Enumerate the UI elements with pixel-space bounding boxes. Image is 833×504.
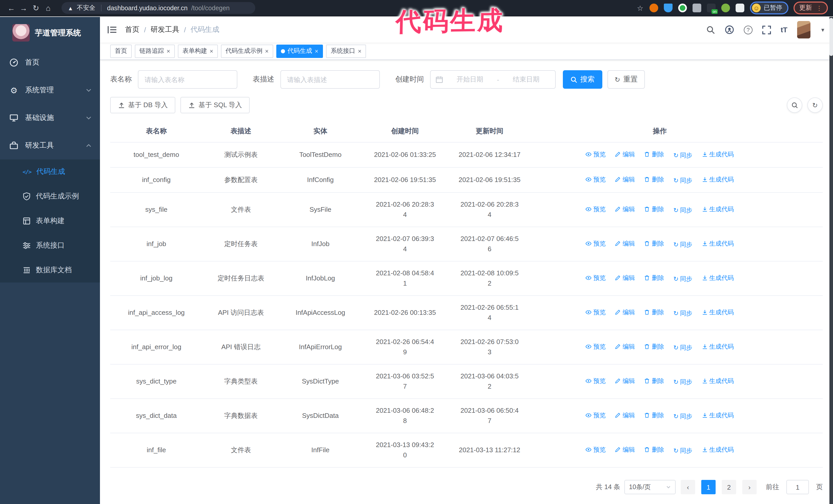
extension-icon-green-check[interactable] (678, 4, 687, 12)
generate-code-link[interactable]: 生成代码 (701, 149, 734, 160)
delete-link[interactable]: 删除 (644, 273, 664, 283)
tab-home[interactable]: 首页 (110, 44, 132, 58)
generate-code-link[interactable]: 生成代码 (701, 238, 734, 249)
sidebar-item-form-builder[interactable]: 表单构建 (0, 209, 100, 233)
prev-page-button[interactable]: ‹ (681, 480, 695, 494)
delete-link[interactable]: 删除 (644, 341, 664, 352)
import-db-button[interactable]: 基于 DB 导入 (110, 97, 175, 113)
breadcrumb-home[interactable]: 首页 (125, 25, 139, 34)
preview-link[interactable]: 预览 (586, 445, 606, 455)
breadcrumb-dev-tools[interactable]: 研发工具 (151, 25, 180, 34)
generate-code-link[interactable]: 生成代码 (701, 307, 734, 317)
generate-code-link[interactable]: 生成代码 (701, 376, 734, 386)
refresh-table-button[interactable]: ↻ (807, 97, 823, 113)
edit-link[interactable]: 编辑 (615, 238, 635, 249)
preview-link[interactable]: 预览 (586, 307, 606, 317)
preview-link[interactable]: 预览 (586, 273, 606, 283)
generate-code-link[interactable]: 生成代码 (701, 273, 734, 283)
page-size-select[interactable]: 10条/页 (624, 480, 675, 494)
github-icon[interactable] (725, 25, 734, 34)
tab-code-generation[interactable]: 代码生成× (276, 44, 323, 58)
user-menu-caret-icon[interactable]: ▼ (820, 27, 825, 32)
close-icon[interactable]: × (265, 48, 269, 54)
sync-link[interactable]: ↻同步 (673, 411, 692, 422)
scrollbar-thumb[interactable] (829, 18, 833, 56)
address-bar[interactable]: ▲ 不安全 dashboard.yudao.iocoder.cn/tool/co… (62, 2, 255, 14)
close-icon[interactable]: × (210, 48, 213, 54)
generate-code-link[interactable]: 生成代码 (701, 204, 734, 214)
fullscreen-icon[interactable] (762, 25, 771, 34)
edit-link[interactable]: 编辑 (615, 376, 635, 386)
table-name-input[interactable] (138, 70, 237, 89)
sidebar-item-system-api[interactable]: 系统接口 (0, 233, 100, 258)
user-avatar[interactable] (797, 21, 810, 39)
page-button-2[interactable]: 2 (722, 480, 736, 494)
sync-link[interactable]: ↻同步 (673, 239, 692, 250)
sync-link[interactable]: ↻同步 (673, 205, 692, 215)
search-icon[interactable] (706, 25, 715, 34)
sync-link[interactable]: ↻同步 (673, 150, 692, 161)
delete-link[interactable]: 删除 (644, 410, 664, 421)
sidebar-item-code-generation-example[interactable]: 代码生成示例 (0, 184, 100, 209)
browser-back-icon[interactable]: ← (5, 4, 18, 12)
preview-link[interactable]: 预览 (586, 149, 606, 160)
preview-link[interactable]: 预览 (586, 376, 606, 386)
edit-link[interactable]: 编辑 (615, 341, 635, 352)
sidebar-item-home[interactable]: 首页 (0, 49, 100, 76)
close-icon[interactable]: × (167, 48, 170, 54)
edit-link[interactable]: 编辑 (615, 204, 635, 214)
page-button-1[interactable]: 1 (701, 480, 716, 494)
browser-menu-icon[interactable]: ⋮ (816, 4, 822, 11)
tab-system-api[interactable]: 系统接口× (326, 44, 366, 58)
goto-page-input[interactable] (786, 480, 809, 494)
sidebar-item-system-management[interactable]: ⚙ 系统管理 (0, 76, 100, 104)
browser-profile-button[interactable]: ☺ 已暂停 (750, 2, 788, 14)
preview-link[interactable]: 预览 (586, 341, 606, 352)
delete-link[interactable]: 删除 (644, 174, 664, 185)
table-desc-input[interactable] (280, 70, 380, 89)
sync-link[interactable]: ↻同步 (673, 377, 692, 387)
sidebar-item-database-docs[interactable]: 数据库文档 (0, 258, 100, 283)
tab-tracing[interactable]: 链路追踪× (135, 44, 175, 58)
search-button[interactable]: 搜索 (563, 70, 602, 89)
sync-link[interactable]: ↻同步 (673, 175, 692, 186)
browser-update-button[interactable]: 更新 ⋮ (793, 2, 828, 14)
date-range-picker[interactable]: 开始日期 - 结束日期 (430, 70, 556, 89)
edit-link[interactable]: 编辑 (615, 174, 635, 185)
reset-button[interactable]: ↻ 重置 (608, 70, 645, 89)
extension-icon-green[interactable] (721, 4, 730, 12)
delete-link[interactable]: 删除 (644, 238, 664, 249)
edit-link[interactable]: 编辑 (615, 273, 635, 283)
delete-link[interactable]: 删除 (644, 204, 664, 214)
extension-icon-blue-gem[interactable] (664, 4, 672, 12)
import-sql-button[interactable]: 基于 SQL 导入 (181, 97, 250, 113)
generate-code-link[interactable]: 生成代码 (701, 341, 734, 352)
generate-code-link[interactable]: 生成代码 (701, 445, 734, 455)
sync-link[interactable]: ↻同步 (673, 446, 692, 456)
extensions-puzzle-icon[interactable] (736, 4, 744, 12)
close-icon[interactable]: × (358, 48, 361, 54)
edit-link[interactable]: 编辑 (615, 410, 635, 421)
close-icon[interactable]: × (315, 48, 318, 54)
generate-code-link[interactable]: 生成代码 (701, 410, 734, 421)
app-logo[interactable]: 芋道管理系统 (0, 17, 100, 49)
tab-codegen-example[interactable]: 代码生成示例× (221, 44, 273, 58)
delete-link[interactable]: 删除 (644, 149, 664, 160)
sidebar-item-code-generation[interactable]: </> 代码生成 (0, 160, 100, 184)
delete-link[interactable]: 删除 (644, 445, 664, 455)
sync-link[interactable]: ↻同步 (673, 342, 692, 353)
browser-home-icon[interactable]: ⌂ (42, 4, 54, 12)
help-icon[interactable]: ? (744, 25, 753, 34)
extension-icon-grid[interactable] (693, 4, 701, 12)
preview-link[interactable]: 预览 (586, 174, 606, 185)
edit-link[interactable]: 编辑 (615, 445, 635, 455)
preview-link[interactable]: 预览 (586, 410, 606, 421)
tab-form-builder[interactable]: 表单构建× (178, 44, 218, 58)
sidebar-item-dev-tools[interactable]: 研发工具 (0, 132, 100, 160)
bookmark-star-icon[interactable]: ☆ (637, 4, 643, 12)
edit-link[interactable]: 编辑 (615, 149, 635, 160)
sidebar-item-infrastructure[interactable]: 基础设施 (0, 104, 100, 132)
sidebar-fold-icon[interactable] (108, 26, 117, 34)
delete-link[interactable]: 删除 (644, 307, 664, 317)
preview-link[interactable]: 预览 (586, 238, 606, 249)
